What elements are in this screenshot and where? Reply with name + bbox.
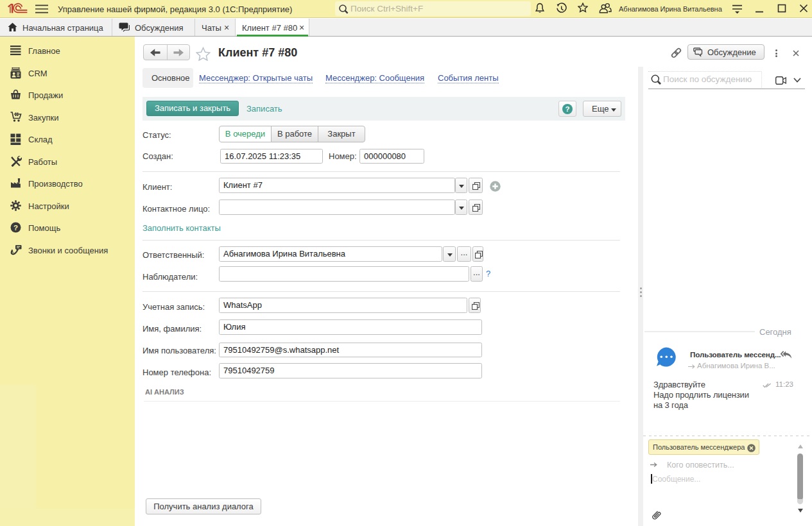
svg-text:?: ?	[565, 105, 569, 113]
svg-text:?: ?	[13, 224, 18, 232]
